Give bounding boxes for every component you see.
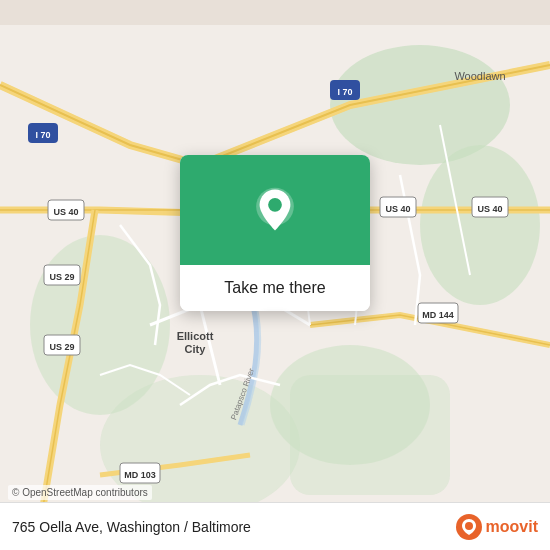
moovit-logo-text: moovit xyxy=(486,518,538,536)
svg-point-32 xyxy=(465,522,473,530)
address-text: 765 Oella Ave, Washington / Baltimore xyxy=(12,519,251,535)
svg-text:Ellicott: Ellicott xyxy=(177,330,214,342)
svg-text:US 29: US 29 xyxy=(49,272,74,282)
svg-text:I 70: I 70 xyxy=(35,130,50,140)
svg-text:US 40: US 40 xyxy=(53,207,78,217)
map-container: I 70 I 70 US 40 US 40 US 40 US 29 US 29 … xyxy=(0,0,550,550)
svg-point-30 xyxy=(268,198,282,212)
osm-attribution: © OpenStreetMap contributors xyxy=(8,485,152,500)
bottom-bar: 765 Oella Ave, Washington / Baltimore mo… xyxy=(0,502,550,550)
svg-text:City: City xyxy=(185,343,207,355)
osm-attribution-text: © OpenStreetMap contributors xyxy=(12,487,148,498)
svg-text:US 40: US 40 xyxy=(477,204,502,214)
moovit-logo: moovit xyxy=(455,513,538,541)
location-pin-icon xyxy=(251,186,299,234)
svg-text:MD 144: MD 144 xyxy=(422,310,454,320)
svg-point-2 xyxy=(420,145,540,305)
take-me-there-button[interactable]: Take me there xyxy=(180,265,370,311)
svg-text:US 40: US 40 xyxy=(385,204,410,214)
svg-text:I 70: I 70 xyxy=(337,87,352,97)
svg-text:MD 103: MD 103 xyxy=(124,470,156,480)
svg-text:US 29: US 29 xyxy=(49,342,74,352)
moovit-logo-svg-icon xyxy=(455,513,483,541)
svg-text:Woodlawn: Woodlawn xyxy=(454,70,505,82)
popup-card: Take me there xyxy=(180,155,370,311)
svg-rect-6 xyxy=(290,375,450,495)
popup-header xyxy=(180,155,370,265)
